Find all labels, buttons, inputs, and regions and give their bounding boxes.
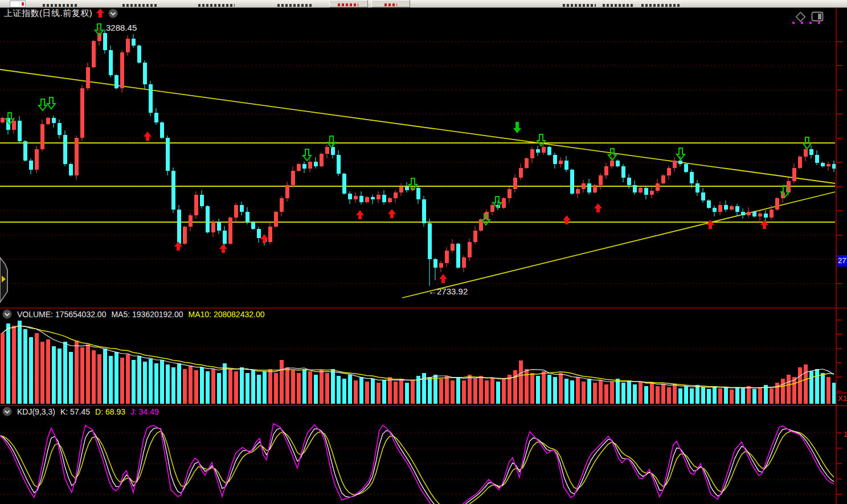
toolbar-button[interactable] [371, 0, 410, 7]
kdj-k-value: K: 57.45 [60, 407, 90, 416]
volume-panel-header: VOLUME: 175654032.00 MA5: 193620192.00 M… [2, 309, 264, 319]
current-price-tag: 277 [837, 255, 847, 267]
volume-chart[interactable] [0, 308, 847, 405]
chart-corner-tools [794, 10, 824, 23]
volume-ma10-value: MA10: 208082432.00 [189, 310, 265, 319]
kdj-j-value: J: 34.49 [130, 407, 159, 416]
main-price-chart[interactable] [0, 8, 847, 308]
tdx-trading-app: { "title_bar": { "symbol": "上证指数(日线.前复权)… [0, 0, 847, 504]
volume-scale-label[interactable]: X1 [838, 394, 847, 404]
sell-signal-arrow [39, 99, 47, 110]
sell-signal-arrow-solid [513, 122, 521, 133]
volume-ma5-value: MA5: 193620192.00 [111, 310, 183, 319]
sell-signal-arrow [328, 136, 335, 147]
buy-signal-arrow [219, 244, 227, 253]
kdj-panel-header: KDJ(9,3,3) K: 57.45 D: 68.93 J: 34.49 [2, 407, 159, 416]
panel-divider[interactable] [0, 405, 847, 406]
toolbar-app-icon[interactable] [10, 1, 26, 7]
buy-signal-arrow [388, 209, 396, 218]
collapse-main-panel-button[interactable] [108, 9, 118, 18]
buy-signal-arrow [439, 274, 447, 283]
collapse-kdj-panel-button[interactable] [2, 407, 12, 416]
volume-value: VOLUME: 175654032.00 [17, 310, 106, 319]
collapse-volume-panel-button[interactable] [2, 309, 12, 319]
kdj-indicator-name: KDJ(9,3,3) [17, 407, 55, 416]
toolbar-button[interactable] [329, 0, 368, 7]
buy-signal-arrow [760, 220, 768, 229]
toolbar-button-label-fragment [338, 3, 358, 6]
up-arrow-icon [96, 9, 104, 18]
buy-signal-arrow [594, 203, 602, 212]
chart-title-bar: 上证指数(日线.前复权) [4, 8, 118, 19]
buy-signal-arrow [563, 215, 571, 224]
panel-divider[interactable] [0, 308, 847, 309]
peak-price-label: 3288.45 [106, 23, 137, 32]
panel-layout-icon[interactable] [811, 11, 824, 22]
top-toolbar[interactable] [0, 0, 847, 8]
buy-signal-arrow [706, 220, 714, 229]
diamond-icon[interactable] [794, 10, 807, 23]
toolbar-menu-fragment[interactable] [563, 4, 596, 7]
toolbar-button-label-fragment [384, 3, 397, 6]
kdj-axis-label: 1 [844, 430, 847, 439]
trough-price-label: ←2733.92 [428, 286, 468, 296]
kdj-d-value: D: 68.93 [95, 407, 125, 416]
buy-signal-arrow [144, 132, 152, 141]
sell-signal-arrow [677, 148, 685, 159]
toolbar-menu-fragment[interactable] [641, 4, 681, 7]
price-axis [836, 9, 837, 504]
page-title: 上证指数(日线.前复权) [4, 8, 92, 19]
sell-signal-arrow [47, 97, 55, 109]
toolbar-menu-fragment[interactable] [198, 4, 235, 7]
toolbar-menu-fragment[interactable] [122, 4, 157, 7]
toolbar-menu-fragment[interactable] [277, 4, 313, 7]
sell-signal-arrow [608, 149, 616, 160]
toolbar-menu-fragment[interactable] [603, 4, 635, 7]
kdj-chart[interactable] [0, 405, 847, 504]
buy-signal-arrow [356, 210, 364, 219]
toolbar-menu-fragment[interactable] [43, 4, 78, 7]
